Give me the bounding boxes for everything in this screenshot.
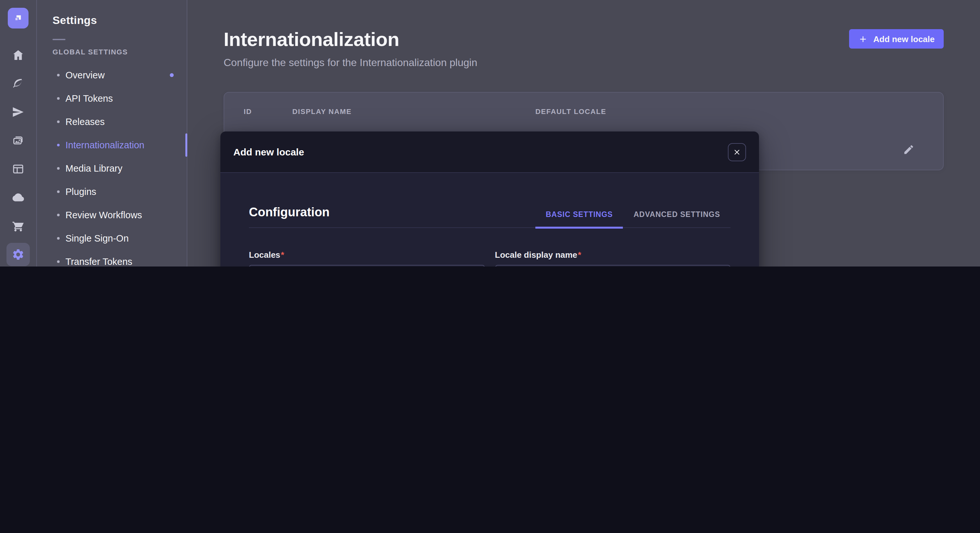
locales-select[interactable]: French (fr) (249, 265, 485, 266)
form-fields-row: Locales* French (fr) Locale display name… (249, 249, 730, 266)
modal-header: Add new locale (220, 132, 759, 173)
locales-label: Locales* (249, 250, 284, 260)
settings-tabs: BASIC SETTINGS ADVANCED SETTINGS (535, 211, 730, 227)
label-text: Locale display name (495, 250, 577, 260)
strapi-admin-app: KD Settings GLOBAL SETTINGS Overview API… (0, 0, 980, 266)
close-modal-button[interactable] (728, 143, 746, 161)
configuration-title: Configuration (249, 205, 329, 227)
add-new-locale-modal: Add new locale Configuration BASIC SETTI… (220, 132, 759, 266)
display-name-field: Locale display name* French Locale will … (495, 249, 730, 266)
label-text: Locales (249, 250, 280, 260)
modal-title: Add new locale (233, 146, 304, 157)
configuration-header-row: Configuration BASIC SETTINGS ADVANCED SE… (249, 205, 730, 228)
tab-advanced-settings[interactable]: ADVANCED SETTINGS (623, 211, 730, 228)
display-name-input[interactable]: French (495, 265, 730, 266)
modal-body: Configuration BASIC SETTINGS ADVANCED SE… (220, 173, 759, 266)
required-asterisk: * (281, 250, 284, 260)
tab-basic-settings[interactable]: BASIC SETTINGS (535, 211, 623, 228)
close-icon (732, 147, 742, 157)
locales-field: Locales* French (fr) (249, 249, 485, 266)
required-asterisk: * (578, 250, 581, 260)
display-name-label: Locale display name* (495, 250, 581, 260)
